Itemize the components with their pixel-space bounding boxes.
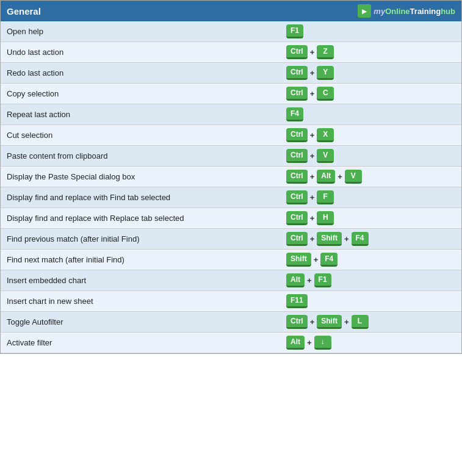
table-row: Display the Paste Special dialog boxCtrl…: [1, 167, 461, 187]
key-badge: F4: [320, 253, 337, 267]
key-badge: Alt: [317, 170, 335, 184]
table-title: General: [7, 6, 41, 16]
key-badge: Ctrl: [286, 87, 308, 101]
plus-separator: +: [309, 234, 316, 243]
key-badge: Ctrl: [286, 211, 308, 225]
key-badge: V: [345, 170, 362, 184]
key-badge: Z: [317, 45, 334, 59]
shortcut-table: General ▶ myOnlineTraininghub Open helpF…: [0, 0, 462, 354]
row-keys: Ctrl+F: [281, 187, 461, 207]
row-label: Copy selection: [1, 85, 281, 103]
plus-separator: +: [337, 172, 343, 181]
key-badge: Ctrl: [286, 315, 308, 329]
table-row: Repeat last actionF4: [1, 104, 461, 125]
key-badge: Shift: [317, 315, 342, 329]
key-badge: H: [317, 211, 334, 225]
key-badge: Ctrl: [286, 128, 308, 142]
plus-separator: +: [344, 234, 350, 243]
plus-separator: +: [309, 68, 316, 78]
key-badge: Shift: [317, 232, 342, 246]
table-row: Redo last actionCtrl+Y: [1, 63, 461, 84]
logo-icon: ▶: [358, 4, 371, 18]
plus-separator: +: [306, 338, 312, 347]
table-row: Display find and replace with Replace ta…: [1, 208, 461, 229]
key-badge: X: [317, 128, 334, 142]
plus-separator: +: [344, 317, 350, 326]
row-label: Find next match (after initial Find): [1, 251, 281, 269]
key-badge: Ctrl: [286, 190, 308, 204]
key-badge: F1: [314, 273, 331, 287]
row-label: Find previous match (after initial Find): [1, 230, 281, 248]
plus-separator: +: [309, 48, 316, 57]
row-label: Display find and replace with Find tab s…: [1, 189, 281, 206]
rows-container: Open helpF1Undo last actionCtrl+ZRedo la…: [1, 21, 461, 353]
row-label: Display find and replace with Replace ta…: [1, 209, 281, 227]
key-badge: ↓: [314, 336, 331, 350]
plus-separator: +: [309, 172, 316, 181]
row-keys: F1: [281, 21, 461, 41]
row-label: Cut selection: [1, 126, 281, 144]
row-label: Paste content from clipboard: [1, 147, 281, 165]
key-badge: C: [317, 87, 334, 101]
key-badge: Ctrl: [286, 149, 308, 163]
key-badge: F4: [352, 232, 369, 246]
table-row: Activate filterAlt+↓: [1, 333, 461, 353]
table-row: Open helpF1: [1, 21, 461, 42]
plus-separator: +: [309, 317, 316, 326]
plus-separator: +: [309, 131, 316, 140]
key-badge: Alt: [286, 273, 305, 287]
row-keys: Ctrl+Y: [281, 63, 461, 83]
key-badge: Alt: [286, 336, 305, 350]
plus-separator: +: [306, 276, 312, 285]
table-row: Cut selectionCtrl+X: [1, 125, 461, 146]
row-keys: Ctrl+Shift+L: [281, 312, 461, 332]
key-badge: Shift: [286, 253, 311, 267]
table-header: General ▶ myOnlineTraininghub: [1, 1, 461, 21]
table-row: Insert chart in new sheetF11: [1, 291, 461, 312]
row-keys: F11: [281, 291, 461, 311]
table-row: Find next match (after initial Find)Shif…: [1, 250, 461, 270]
table-row: Copy selectionCtrl+C: [1, 84, 461, 104]
logo: ▶ myOnlineTraininghub: [358, 4, 455, 18]
row-label: Display the Paste Special dialog box: [1, 168, 281, 186]
key-badge: F11: [286, 294, 308, 308]
row-keys: Ctrl+Z: [281, 42, 461, 62]
row-keys: Ctrl+X: [281, 125, 461, 145]
key-badge: F1: [286, 24, 303, 38]
key-badge: Ctrl: [286, 45, 308, 59]
key-badge: Ctrl: [286, 66, 308, 80]
row-label: Toggle Autofilter: [1, 313, 281, 331]
plus-separator: +: [309, 214, 316, 223]
row-keys: Ctrl+Shift+F4: [281, 229, 461, 249]
key-badge: F4: [286, 107, 303, 121]
key-badge: Ctrl: [286, 232, 308, 246]
key-badge: L: [352, 315, 369, 329]
row-label: Insert chart in new sheet: [1, 292, 281, 310]
table-row: Find previous match (after initial Find)…: [1, 229, 461, 250]
logo-text: myOnlineTraininghub: [374, 7, 455, 16]
row-keys: Alt+↓: [281, 333, 461, 353]
key-badge: V: [317, 149, 334, 163]
row-keys: Ctrl+C: [281, 84, 461, 104]
table-row: Toggle AutofilterCtrl+Shift+L: [1, 312, 461, 333]
table-row: Display find and replace with Find tab s…: [1, 187, 461, 208]
row-label: Undo last action: [1, 43, 281, 61]
table-row: Undo last actionCtrl+Z: [1, 42, 461, 63]
plus-separator: +: [313, 255, 319, 264]
row-label: Insert embedded chart: [1, 272, 281, 289]
row-keys: Shift+F4: [281, 250, 461, 270]
table-row: Insert embedded chartAlt+F1: [1, 270, 461, 291]
row-keys: F4: [281, 104, 461, 124]
row-keys: Ctrl+V: [281, 146, 461, 166]
row-label: Repeat last action: [1, 106, 281, 123]
plus-separator: +: [309, 151, 316, 160]
key-badge: F: [317, 190, 334, 204]
row-label: Open help: [1, 23, 281, 40]
row-keys: Ctrl+H: [281, 208, 461, 228]
plus-separator: +: [309, 89, 316, 98]
row-label: Activate filter: [1, 334, 281, 352]
row-keys: Alt+F1: [281, 270, 461, 290]
row-label: Redo last action: [1, 64, 281, 82]
row-keys: Ctrl+Alt+V: [281, 167, 461, 187]
key-badge: Ctrl: [286, 170, 308, 184]
